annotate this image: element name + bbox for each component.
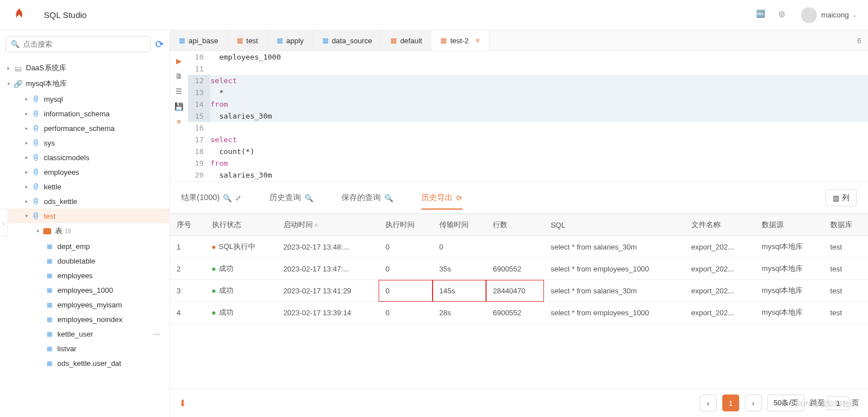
close-icon[interactable]: × [475,36,480,45]
code-line-11[interactable]: 11 [188,63,868,75]
tab-saved-query[interactable]: 保存的查询🔍 [341,193,393,203]
sidebar-db-employees[interactable]: ▸🛢employees [0,165,169,179]
table-row[interactable]: 4 成功 2023-02-17 13:39:14 0 28s 6900552 s… [170,302,868,324]
sidebar-table-employees_myisam[interactable]: ▦employees_myisam [0,297,169,312]
column-header[interactable]: 序号 [170,214,205,236]
prev-page-button[interactable]: ‹ [700,395,717,411]
code-line-12[interactable]: 12select [188,75,868,87]
column-header[interactable]: 启动时间 ≡ [277,214,379,236]
tab-results[interactable]: 结果(1000)🔍⤢ [181,193,241,203]
code-line-20[interactable]: 20 salaries_30m [188,169,868,181]
sidebar-table-doubletable[interactable]: ▦doubletable [0,253,169,268]
editor-tab-default[interactable]: ▦default [381,30,431,51]
export-history-table: 序号执行状态启动时间 ≡执行时间传输时间行数SQL文件名称数据源数据库 1 SQ… [170,214,868,324]
code-line-10[interactable]: 10 employees_1000 [188,51,868,63]
code-line-19[interactable]: 19from [188,157,868,169]
editor-tab-test[interactable]: ▦test [228,30,268,51]
table-row[interactable]: 1 SQL执行中 2023-02-17 13:48:... 0 0 select… [170,236,868,258]
column-header[interactable]: 执行时间 [379,214,432,236]
status-dot-icon [212,311,215,315]
database-icon: 🛢 [32,138,41,147]
table-row[interactable]: 3 成功 2023-02-17 13:41:29 0 145s 28440470… [170,280,868,302]
search-input[interactable] [23,40,146,48]
export-icon[interactable]: 💾 [174,102,183,111]
column-header[interactable]: 数据源 [755,214,824,236]
database-icon: 🛢 [32,94,41,103]
editor-gutter: ▶ 🗎 ☰ 💾 ≡ [170,51,188,181]
run-icon[interactable]: ▶ [176,57,182,65]
sidebar-table-ods_kettle.user_dat[interactable]: ▦ods_kettle.user_dat [0,356,169,370]
tab-history-export[interactable]: 历史导出⟳ [421,193,462,210]
sidebar-table-dept_emp[interactable]: ▦dept_emp [0,239,169,253]
format-icon[interactable]: ☰ [176,87,182,96]
column-header[interactable]: 数据库 [824,214,868,236]
sql-editor[interactable]: 10 employees_10001112select13 *14from15 … [188,51,868,181]
database-icon: 🛢 [32,167,41,176]
status-dot-icon [212,246,215,249]
jump-input[interactable] [827,396,849,410]
column-header[interactable]: 执行状态 [205,214,277,236]
table-row[interactable]: 2 成功 2023-02-17 13:47:... 0 35s 6900552 … [170,258,868,280]
list-icon[interactable]: ≡ [177,117,181,126]
search-icon: 🔍 [11,40,20,48]
code-line-18[interactable]: 18 count(*) [188,146,868,157]
sidebar-db-ods_kettle[interactable]: ▸🛢ods_kettle [0,194,169,208]
editor-tab-test-2[interactable]: ▦test-2× [431,30,489,51]
sidebar-db-sys[interactable]: ▸🛢sys [0,135,169,150]
tab-history-query[interactable]: 历史查询🔍 [269,193,313,203]
sidebar-table-employees_1000[interactable]: ▦employees_1000 [0,283,169,297]
refresh-icon[interactable]: ⟳ [155,38,164,51]
avatar[interactable] [801,7,817,23]
result-tabs: 结果(1000)🔍⤢ 历史查询🔍 保存的查询🔍 历史导出⟳ ▥列 [170,182,868,214]
editor-tab-apply[interactable]: ▦apply [268,30,313,51]
page-size-select[interactable]: 50条/页 [767,395,804,411]
sidebar-table-employees[interactable]: ▦employees [0,268,169,283]
database-icon: 🛢 [32,197,41,206]
tree-tables-folder[interactable]: ▾表19 [0,223,169,239]
server-icon: 🖴 [14,64,23,72]
sidebar-db-test[interactable]: ▾🛢test [0,208,169,223]
next-page-button[interactable]: › [745,395,762,411]
connection-icon: 🔗 [14,79,23,88]
column-header[interactable]: SQL [544,214,685,236]
folder-icon [43,226,52,235]
username[interactable]: maicong [821,11,849,19]
code-line-13[interactable]: 13 * [188,87,868,98]
refresh-icon[interactable]: ⟳ [456,194,462,202]
app-logo-icon [11,7,27,23]
column-header[interactable]: 行数 [486,214,544,236]
sidebar-db-classicmodels[interactable]: ▸🛢classicmodels [0,150,169,165]
download-icon[interactable]: ⬇ [179,398,186,409]
sidebar-db-kettle[interactable]: ▸🛢kettle [0,179,169,194]
code-line-17[interactable]: 17select [188,134,868,146]
editor-tab-api_base[interactable]: ▦api_base [170,30,228,51]
search-box[interactable]: 🔍 [6,36,151,52]
settings-icon[interactable]: ◎ [779,10,790,21]
translate-icon[interactable]: 🔤 [756,10,767,21]
code-line-14[interactable]: 14from [188,98,868,110]
columns-button[interactable]: ▥列 [825,189,857,206]
app-title: SQL Studio [44,10,87,20]
sidebar-db-information_schema[interactable]: ▸🛢information_schema [0,106,169,121]
chevron-down-icon[interactable]: ⌄ [852,12,857,18]
tab-type-icon: ▦ [237,37,243,44]
sort-icon[interactable]: ≡ [314,222,318,228]
tree-root-mysql[interactable]: ▾🔗mysql本地库 [0,76,169,92]
page-number[interactable]: 1 [722,395,739,411]
column-header[interactable]: 文件名称 [685,214,755,236]
sidebar-table-kettle_user[interactable]: ▦kettle_user⋯ [0,327,169,341]
sidebar-table-listvar[interactable]: ▦listvar [0,341,169,356]
code-line-16[interactable]: 16 [188,122,868,134]
editor-tab-data_source[interactable]: ▦data_source [313,30,382,51]
table-icon: ▦ [45,271,54,280]
more-icon[interactable]: ⋯ [153,330,160,338]
sidebar-db-mysql[interactable]: ▸🛢mysql [0,92,169,106]
save-icon[interactable]: 🗎 [176,72,183,80]
sidebar-db-performance_schema[interactable]: ▸🛢performance_schema [0,121,169,135]
tree-root-daas[interactable]: ▸🖴DaaS系统库 [0,60,169,76]
search-icon: 🔍 [223,194,232,202]
code-line-15[interactable]: 15 salaries_30m [188,110,868,122]
sidebar-table-employees_noindex[interactable]: ▦employees_noindex [0,312,169,327]
column-header[interactable]: 传输时间 [433,214,486,236]
collapse-sidebar-button[interactable]: ‹ [0,208,8,237]
